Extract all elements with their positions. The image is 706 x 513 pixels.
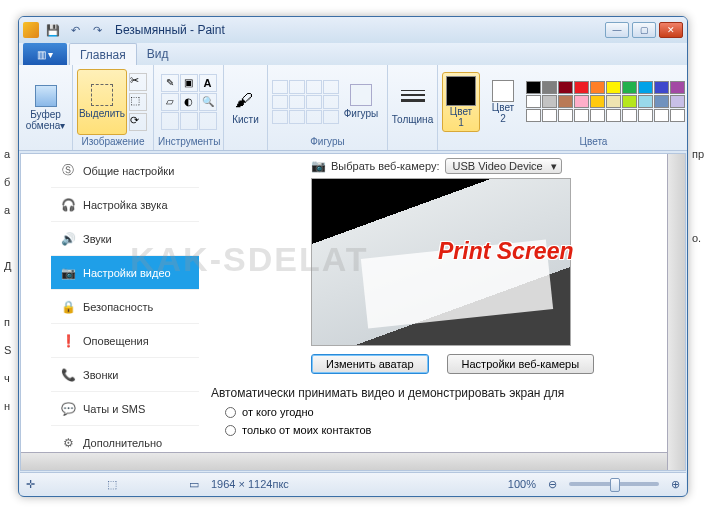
radio-contacts[interactable]: только от моих контактов	[225, 424, 656, 436]
close-button[interactable]: ✕	[659, 22, 683, 38]
phone-icon: 📞	[61, 368, 75, 382]
color1-button[interactable]: Цвет 1	[442, 72, 480, 132]
zoom-in-button[interactable]: ⊕	[671, 478, 680, 491]
redo-icon[interactable]: ↷	[87, 21, 107, 39]
text-icon: A	[199, 74, 217, 92]
radio-anyone[interactable]: от кого угодно	[225, 406, 656, 418]
window-title: Безымянный - Paint	[115, 23, 225, 37]
gear-icon: ⚙	[61, 436, 75, 450]
group-label-tools: Инструменты	[158, 136, 219, 148]
alert-icon: ❗	[61, 334, 75, 348]
resize-icon[interactable]: ⬚	[129, 93, 147, 111]
color2-button[interactable]: Цвет 2	[484, 72, 522, 132]
undo-icon[interactable]: ↶	[65, 21, 85, 39]
shapes-dropdown[interactable]: Фигуры	[339, 69, 383, 135]
titlebar: 💾 ↶ ↷ Безымянный - Paint — ▢ ✕	[19, 17, 687, 43]
zoom-slider[interactable]	[569, 482, 659, 486]
zoom-out-button[interactable]: ⊖	[548, 478, 557, 491]
select-button[interactable]: Выделить	[77, 69, 127, 135]
sidebar-item-chats[interactable]: 💬Чаты и SMS	[51, 392, 199, 426]
group-label-image: Изображение	[77, 136, 149, 148]
brushes-button[interactable]: 🖌Кисти	[221, 75, 271, 141]
canvas-dimensions: 1964 × 1124пкс	[211, 478, 289, 490]
lock-icon: 🔒	[61, 300, 75, 314]
color-palette[interactable]	[526, 81, 685, 122]
skype-sidebar: ⓈОбщие настройки 🎧Настройка звука 🔊Звуки…	[51, 154, 199, 453]
fill-icon: ▣	[180, 74, 198, 92]
skype-main: 📷 Выбрать веб-камеру: USB Video Device▾ …	[199, 154, 668, 453]
clipboard-button[interactable]: Буфер обмена▾	[21, 75, 71, 141]
menubar: ▥ ▾ Главная Вид	[19, 43, 687, 65]
sidebar-item-sounds[interactable]: 🔊Звуки	[51, 222, 199, 256]
headphones-icon: 🎧	[61, 198, 75, 212]
thickness-button[interactable]: Толщина	[388, 75, 438, 141]
save-icon[interactable]: 💾	[43, 21, 63, 39]
camera-icon: 📷	[61, 266, 75, 280]
tab-view[interactable]: Вид	[137, 43, 179, 65]
file-menu[interactable]: ▥ ▾	[23, 43, 67, 65]
rotate-icon[interactable]: ⟳	[129, 113, 147, 131]
statusbar: ✛ ⬚ ▭ 1964 × 1124пкс 100% ⊖ ⊕	[20, 472, 686, 495]
speaker-icon: 🔊	[61, 232, 75, 246]
paint-window: 💾 ↶ ↷ Безымянный - Paint — ▢ ✕ ▥ ▾ Главн…	[18, 16, 688, 497]
webcam-settings-button[interactable]: Настройки веб-камеры	[447, 354, 595, 374]
cropped-text-left: а б а Д п S ч н	[4, 140, 11, 420]
chat-icon: 💬	[61, 402, 75, 416]
group-label-colors: Цвета	[442, 136, 688, 148]
canvas[interactable]: ⓈОбщие настройки 🎧Настройка звука 🔊Звуки…	[21, 154, 668, 470]
skype-settings-screenshot: ⓈОбщие настройки 🎧Настройка звука 🔊Звуки…	[51, 154, 668, 453]
tools-grid[interactable]: ✎▣A ▱◐🔍	[161, 74, 217, 130]
picker-icon: ◐	[180, 93, 198, 111]
sidebar-item-alerts[interactable]: ❗Оповещения	[51, 324, 199, 358]
webcam-label: Выбрать веб-камеру:	[331, 160, 439, 172]
webcam-select[interactable]: USB Video Device▾	[445, 158, 561, 174]
group-label-shapes: Фигуры	[272, 136, 383, 148]
sidebar-item-video[interactable]: 📷Настройки видео	[51, 256, 199, 290]
cropped-text-right: пр о.	[692, 140, 704, 252]
minimize-button[interactable]: —	[605, 22, 629, 38]
sidebar-item-security[interactable]: 🔒Безопасность	[51, 290, 199, 324]
ribbon: Буфер обмена▾ Выделить ✂ ⬚ ⟳ Изображение…	[19, 65, 687, 151]
auto-accept-label: Автоматически принимать видео и демонстр…	[211, 386, 656, 400]
pencil-icon: ✎	[161, 74, 179, 92]
zoom-icon: 🔍	[199, 93, 217, 111]
crop-icon[interactable]: ✂	[129, 73, 147, 91]
canvas-area: ⓈОбщие настройки 🎧Настройка звука 🔊Звуки…	[20, 153, 686, 471]
selection-icon: ⬚	[107, 478, 117, 491]
maximize-button[interactable]: ▢	[632, 22, 656, 38]
eraser-icon: ▱	[161, 93, 179, 111]
tab-main[interactable]: Главная	[69, 43, 137, 65]
sidebar-item-general[interactable]: ⓈОбщие настройки	[51, 154, 199, 188]
shapes-gallery[interactable]	[272, 80, 339, 124]
change-avatar-button[interactable]: Изменить аватар	[311, 354, 429, 374]
webcam-preview	[311, 178, 571, 346]
sidebar-item-audio[interactable]: 🎧Настройка звука	[51, 188, 199, 222]
quick-access-toolbar: 💾 ↶ ↷	[43, 21, 107, 39]
skype-icon: Ⓢ	[61, 164, 75, 178]
canvas-size-icon: ▭	[189, 478, 199, 491]
zoom-level: 100%	[508, 478, 536, 490]
app-icon	[23, 22, 39, 38]
sidebar-item-advanced[interactable]: ⚙Дополнительно	[51, 426, 199, 460]
cursor-pos-icon: ✛	[26, 478, 35, 491]
sidebar-item-calls[interactable]: 📞Звонки	[51, 358, 199, 392]
camera-small-icon: 📷	[311, 159, 325, 173]
